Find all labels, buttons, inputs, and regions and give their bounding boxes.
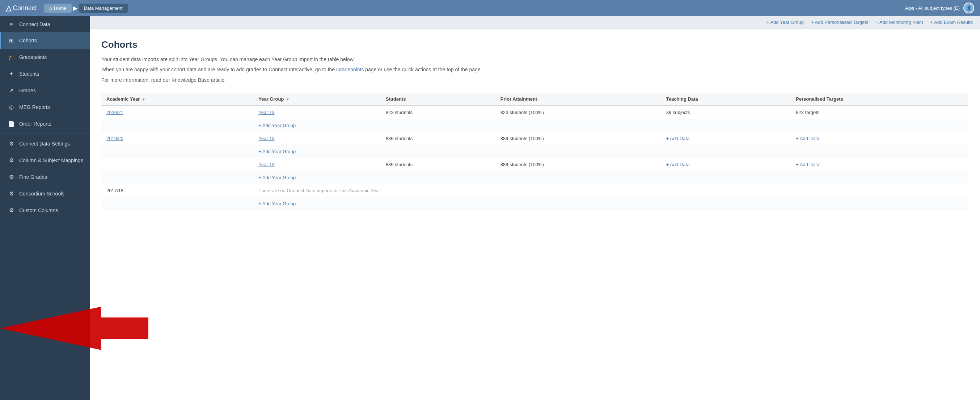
cell-empty-message-4: There are no Connect Data imports for th… (253, 184, 969, 197)
sidebar-item-custom-columns[interactable]: ⚙ Custom Columns (0, 202, 90, 218)
table-row: 2017/18 There are no Connect Data import… (101, 184, 969, 197)
cell-students-1: 823 students (381, 106, 495, 119)
data-management-button[interactable]: Data Management (79, 4, 128, 13)
sidebar-label-fine-grades: Fine Grades (19, 174, 47, 180)
cell-academic-year-4b (101, 197, 253, 210)
cell-students-2: 889 students (381, 132, 495, 145)
year-group-link-3[interactable]: Year 13 (258, 162, 274, 167)
sidebar-item-order-reports[interactable]: 📄 Order Reports (0, 115, 90, 132)
home-button[interactable]: ⌂ Home (44, 4, 72, 13)
top-nav-right: Alps - All subject types (E) 👤 (905, 3, 974, 13)
top-nav-left: △ Connect ⌂ Home ▶ Data Management (6, 4, 128, 13)
gradepoints-icon: 🎓 (8, 54, 15, 61)
cell-add-year-group-4: + Add Year Group (253, 197, 969, 210)
breadcrumb-arrow: ▶ (73, 5, 78, 11)
cell-teaching-data-3: + Add Data (661, 158, 791, 171)
add-year-group-btn-2[interactable]: + Add Year Group (258, 149, 296, 154)
logo[interactable]: △ Connect (6, 4, 37, 12)
sidebar-label-students: Students (19, 71, 39, 77)
cohorts-icon: ⊞ (8, 37, 15, 44)
sidebar-item-connect-data-settings[interactable]: ⚙ Connect Data Settings (0, 135, 90, 152)
page-title: Cohorts (101, 39, 969, 50)
cell-add-year-group-3: + Add Year Group (253, 171, 969, 184)
col-academic-year[interactable]: Academic Year ▼ (101, 92, 253, 106)
cell-teaching-data-2: + Add Data (661, 132, 791, 145)
home-icon: ⌂ (49, 5, 52, 11)
top-nav: △ Connect ⌂ Home ▶ Data Management Alps … (0, 0, 980, 16)
meg-reports-icon: ◎ (8, 104, 15, 110)
col-teaching-data: Teaching Data (661, 92, 791, 106)
sidebar-label-connect-data: Connect Data (19, 21, 50, 27)
sidebar-label-gradepoints: Gradepoints (19, 54, 47, 60)
add-year-group-link[interactable]: + Add Year Group (767, 19, 804, 25)
cell-year-group-2: Year 13 (253, 132, 381, 145)
cell-academic-year-1: 2020/21 (101, 106, 253, 119)
col-prior-attainment: Prior Attainment (495, 92, 661, 106)
add-personalised-targets-btn-3[interactable]: + Add Data (796, 162, 819, 167)
sidebar-item-connect-data[interactable]: ≡ Connect Data (0, 16, 90, 32)
cell-prior-attainment-2: 889 students (100%) (495, 132, 661, 145)
add-personalised-targets-btn-2[interactable]: + Add Data (796, 136, 819, 141)
col-students: Students (381, 92, 495, 106)
cell-add-year-group-1: + Add Year Group (253, 119, 969, 132)
sidebar-item-meg-reports[interactable]: ◎ MEG Reports (0, 99, 90, 115)
academic-year-link-2[interactable]: 2019/20 (107, 136, 123, 141)
desc3: For more information, read our Knowledge… (101, 76, 969, 84)
logo-icon: △ (6, 4, 11, 12)
consortium-schools-icon: ⚙ (8, 190, 15, 197)
table-row: 2020/21 Year 13 823 students 823 student… (101, 106, 969, 119)
cell-personalised-targets-3: + Add Data (791, 158, 969, 171)
table-row: + Add Year Group (101, 197, 969, 210)
add-exam-results-link[interactable]: + Add Exam Results (931, 19, 973, 25)
grades-icon: ↗ (8, 87, 15, 94)
cell-academic-year-1b (101, 119, 253, 132)
home-label: Home (54, 5, 67, 11)
add-year-group-btn-1[interactable]: + Add Year Group (258, 123, 296, 128)
sidebar-item-gradepoints[interactable]: 🎓 Gradepoints (0, 49, 90, 65)
cell-academic-year-4: 2017/18 (101, 184, 253, 197)
cell-add-year-group-2: + Add Year Group (253, 145, 969, 158)
cell-teaching-data-1: 39 subjects (661, 106, 791, 119)
cell-academic-year-2b (101, 145, 253, 158)
sidebar-item-grades[interactable]: ↗ Grades (0, 82, 90, 99)
cell-academic-year-2: 2019/20 (101, 132, 253, 145)
sidebar-item-fine-grades[interactable]: ⚙ Fine Grades (0, 169, 90, 185)
user-avatar[interactable]: 👤 (963, 3, 974, 13)
sidebar: ≡ Connect Data ⊞ Cohorts 🎓 Gradepoints ✦… (0, 16, 90, 400)
cell-academic-year-3b (101, 171, 253, 184)
year-group-link-2[interactable]: Year 13 (258, 136, 274, 141)
sidebar-label-custom-columns: Custom Columns (19, 207, 58, 213)
sidebar-item-students[interactable]: ✦ Students (0, 65, 90, 82)
sidebar-item-cohorts[interactable]: ⊞ Cohorts (0, 32, 90, 49)
cell-prior-attainment-3: 889 students (100%) (495, 158, 661, 171)
desc1: Your student data imports are split into… (101, 56, 969, 63)
custom-columns-icon: ⚙ (8, 207, 15, 214)
academic-year-link-1[interactable]: 2020/21 (107, 110, 123, 115)
sidebar-item-consortium-schools[interactable]: ⚙ Consortium Schools (0, 185, 90, 202)
desc2: When you are happy with your cohort data… (101, 65, 969, 73)
add-year-group-btn-3[interactable]: + Add Year Group (258, 175, 296, 180)
cell-personalised-targets-1: 823 targets (791, 106, 969, 119)
add-year-group-btn-4[interactable]: + Add Year Group (258, 201, 296, 206)
col-year-group[interactable]: Year Group ▼ (253, 92, 381, 106)
add-teaching-data-btn-2[interactable]: + Add Data (666, 136, 690, 141)
gradepoints-link[interactable]: Gradepoints (336, 67, 364, 72)
table-row: + Add Year Group (101, 119, 969, 132)
cell-academic-year-3 (101, 158, 253, 171)
year-group-link-1[interactable]: Year 13 (258, 110, 274, 115)
add-teaching-data-btn-3[interactable]: + Add Data (666, 162, 690, 167)
sort-arrow-academic-year: ▼ (142, 97, 145, 101)
students-icon: ✦ (8, 70, 15, 77)
add-personalised-targets-link[interactable]: + Add Personalised Targets (811, 19, 868, 25)
col-personalised-targets: Personalised Targets (791, 92, 969, 106)
cell-personalised-targets-2: + Add Data (791, 132, 969, 145)
sidebar-label-cohorts: Cohorts (19, 38, 37, 43)
add-monitoring-point-link[interactable]: + Add Monitoring Point (875, 19, 923, 25)
desc2-text: When you are happy with your cohort data… (101, 67, 336, 72)
logo-text: Connect (13, 4, 37, 12)
table-row: Year 13 889 students 889 students (100%)… (101, 158, 969, 171)
sidebar-label-consortium-schools: Consortium Schools (19, 191, 64, 196)
sidebar-item-column-subject-mappings[interactable]: ⚙ Column & Subject Mappings (0, 152, 90, 169)
cell-students-3: 889 students (381, 158, 495, 171)
cell-year-group-1: Year 13 (253, 106, 381, 119)
